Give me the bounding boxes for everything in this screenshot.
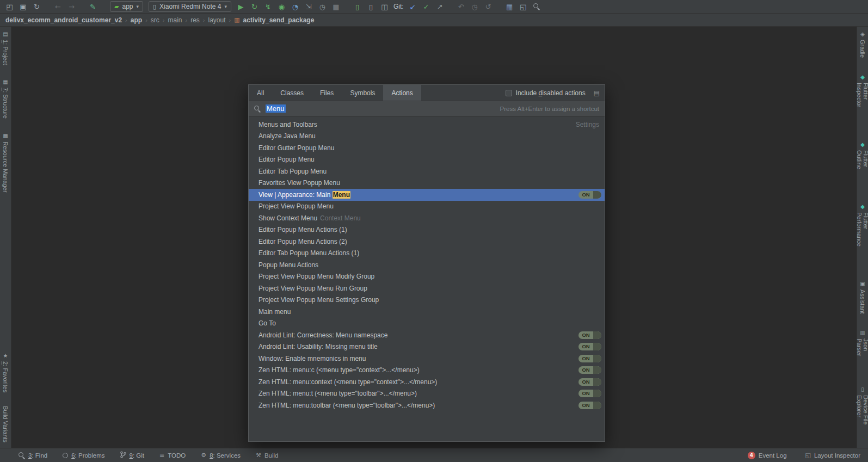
- apply-code-changes-icon[interactable]: ↯: [262, 1, 274, 13]
- result-row[interactable]: Editor Tab Popup Menu: [249, 165, 605, 177]
- save-icon[interactable]: ▣: [17, 1, 29, 13]
- services-button[interactable]: ⚙8: Services: [201, 452, 241, 459]
- filter-icon[interactable]: ▤: [594, 89, 600, 97]
- result-row[interactable]: Menus and ToolbarsSettings: [249, 119, 605, 131]
- result-row[interactable]: Editor Popup Menu Actions (1): [249, 224, 605, 236]
- result-row[interactable]: Project View Popup Menu: [249, 201, 605, 213]
- breadcrumb-item-src[interactable]: src: [151, 16, 159, 24]
- on-off-toggle[interactable]: ON: [578, 331, 601, 339]
- include-disabled-checkbox[interactable]: [506, 90, 512, 96]
- breadcrumb-item-main[interactable]: main: [168, 16, 182, 24]
- on-off-toggle[interactable]: ON: [578, 402, 601, 409]
- result-row[interactable]: Favorites View Popup Menu: [249, 177, 605, 189]
- sync-icon[interactable]: ↻: [30, 1, 43, 13]
- breadcrumb-item-activity-send-package[interactable]: activity_send_package: [243, 16, 315, 24]
- back-icon[interactable]: ←: [52, 1, 64, 13]
- stop-icon[interactable]: ■: [330, 1, 342, 13]
- result-text: Menus and Toolbars: [258, 121, 317, 128]
- include-disabled-label[interactable]: Include disabled actions: [516, 89, 586, 97]
- result-row[interactable]: Main menu: [249, 306, 605, 318]
- device-manager-icon[interactable]: ▯: [351, 1, 364, 13]
- build-icon[interactable]: ✎: [87, 1, 99, 13]
- on-off-toggle[interactable]: ON: [578, 378, 601, 386]
- result-row[interactable]: Editor Popup Menu Actions (2): [249, 236, 605, 248]
- tab-classes[interactable]: Classes: [272, 85, 312, 101]
- result-row[interactable]: Analyze Java Menu: [249, 131, 605, 143]
- debug-icon[interactable]: ◉: [275, 1, 288, 13]
- result-row[interactable]: Project View Popup Menu Settings Group: [249, 294, 605, 306]
- tab-symbols[interactable]: Symbols: [342, 85, 383, 101]
- tab-all[interactable]: All: [249, 85, 272, 101]
- result-row[interactable]: Editor Popup Menu: [249, 154, 605, 166]
- tab-actions[interactable]: Actions: [383, 85, 421, 101]
- tool-button-flutter-outline[interactable]: ◆Flutter Outline: [856, 141, 868, 187]
- apply-changes-icon[interactable]: ↻: [248, 1, 261, 13]
- breadcrumb-item-delivx-ecomm-android-customer-v2[interactable]: delivx_ecomm_android_customer_v2: [5, 16, 122, 24]
- result-row[interactable]: Show Context MenuContext Menu: [249, 212, 605, 224]
- history-icon[interactable]: ◷: [469, 1, 481, 13]
- on-off-toggle[interactable]: ON: [578, 366, 601, 374]
- breadcrumb-item-layout[interactable]: layout: [208, 16, 226, 24]
- undo-icon[interactable]: ↺: [482, 1, 495, 13]
- problems-button[interactable]: 6: Problems: [63, 452, 104, 459]
- breadcrumb-item-res[interactable]: res: [190, 16, 200, 24]
- result-row[interactable]: Zen HTML: menu:context (<menu type="cont…: [249, 376, 605, 388]
- pair-devices-icon[interactable]: ◫: [378, 1, 391, 13]
- on-off-toggle[interactable]: ON: [578, 355, 601, 362]
- tool-button-7-structure[interactable]: ▦7: Structure: [2, 79, 9, 119]
- open-icon[interactable]: ◰: [3, 1, 16, 13]
- window-layout-icon[interactable]: ◱: [517, 1, 530, 13]
- result-row[interactable]: Project View Popup Menu Modify Group: [249, 271, 605, 283]
- result-row[interactable]: Popup Menu Actions: [249, 259, 605, 271]
- breadcrumb-item-app[interactable]: app: [131, 16, 142, 24]
- search-input-value[interactable]: Menu: [266, 104, 286, 113]
- result-row[interactable]: Zen HTML: menu:t (<menu type="toolbar">.…: [249, 388, 605, 400]
- git-push-icon[interactable]: ↗: [434, 1, 446, 13]
- on-off-toggle[interactable]: ON: [578, 390, 601, 397]
- result-row[interactable]: Zen HTML: menu:toolbar (<menu type="tool…: [249, 399, 605, 411]
- tool-button-build-variants[interactable]: Build Variants: [2, 406, 9, 442]
- search-input[interactable]: Menu Press Alt+Enter to assign a shortcu…: [249, 101, 605, 116]
- search-everywhere-icon[interactable]: [531, 1, 543, 13]
- git-commit-icon[interactable]: ✓: [420, 1, 433, 13]
- tool-button-json-parser[interactable]: ▥Json Parser: [856, 330, 868, 370]
- on-off-toggle[interactable]: ON: [578, 343, 601, 350]
- tool-button-2-favorites[interactable]: ★2: Favorites: [2, 353, 9, 392]
- run-icon[interactable]: ▶: [235, 1, 247, 13]
- profiler-icon[interactable]: ◷: [316, 1, 329, 13]
- result-row[interactable]: Editor Gutter Popup Menu: [249, 142, 605, 154]
- git-update-icon[interactable]: ↙: [407, 1, 419, 13]
- result-row[interactable]: Window: Enable mnemonics in menuON: [249, 353, 605, 365]
- find-button[interactable]: 3: Find: [19, 452, 47, 459]
- build-button[interactable]: ⚒Build: [256, 452, 278, 459]
- result-row[interactable]: Android Lint: Correctness: Menu namespac…: [249, 329, 605, 341]
- forward-icon[interactable]: →: [65, 1, 78, 13]
- avd-manager-icon[interactable]: ▯: [365, 1, 377, 13]
- breadcrumb-separator: ›: [185, 17, 187, 23]
- tool-button-gradle[interactable]: ◈Gradle: [859, 31, 866, 58]
- tab-files[interactable]: Files: [312, 85, 342, 101]
- tool-button-flutter-inspector[interactable]: ◆Flutter Inspector: [856, 74, 868, 125]
- shelve-icon[interactable]: ↶: [455, 1, 467, 13]
- result-row[interactable]: Go To: [249, 318, 605, 330]
- tool-button-flutter-performance[interactable]: ◆Flutter Performance: [856, 204, 868, 264]
- tool-button-assistant[interactable]: ▣Assistant: [859, 281, 866, 314]
- result-row[interactable]: Zen HTML: menu:c (<menu type="context">.…: [249, 365, 605, 377]
- todo-button[interactable]: ≡TODO: [159, 452, 186, 459]
- on-off-toggle[interactable]: ON: [578, 191, 601, 199]
- tool-button-resource-manager[interactable]: ▩Resource Manager: [2, 133, 9, 193]
- run-config-select[interactable]: ▰app▾: [110, 1, 143, 12]
- device-select[interactable]: ▯Xiaomi Redmi Note 4▾: [149, 1, 231, 12]
- result-row[interactable]: Project View Popup Menu Run Group: [249, 282, 605, 294]
- result-row[interactable]: Editor Tab Popup Menu Actions (1): [249, 248, 605, 260]
- attach-debugger-icon[interactable]: ⇲: [303, 1, 315, 13]
- layout-inspector-button[interactable]: ◱ Layout Inspector: [805, 452, 860, 459]
- result-row[interactable]: View | Appearance: Main MenuON: [249, 189, 605, 201]
- tool-button-1-project[interactable]: ▤1: Project: [2, 31, 9, 65]
- result-row[interactable]: Android Lint: Usability: Missing menu ti…: [249, 341, 605, 353]
- git-button[interactable]: 9: Git: [120, 451, 145, 460]
- tool-button-device-file-explorer[interactable]: ▯Device File Explorer: [856, 386, 868, 448]
- project-structure-icon[interactable]: ▦: [503, 1, 516, 13]
- event-log-button[interactable]: 4 Event Log: [748, 452, 787, 459]
- profile-icon[interactable]: ◔: [289, 1, 301, 13]
